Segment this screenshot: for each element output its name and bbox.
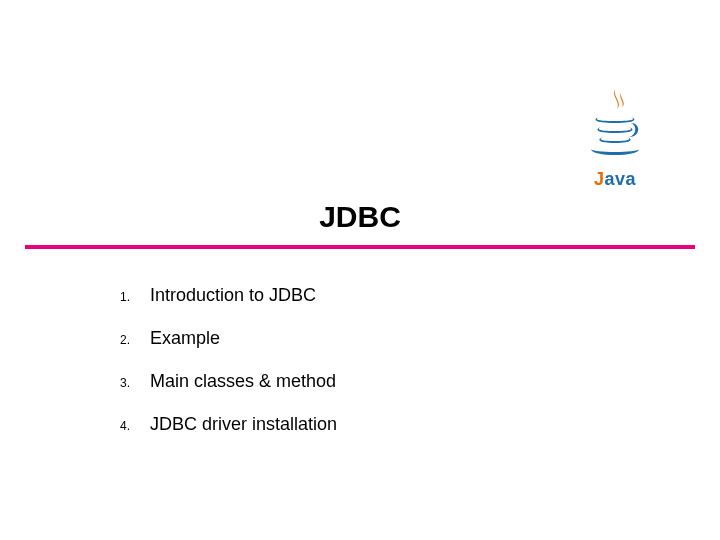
list-item: 1. Introduction to JDBC — [120, 285, 620, 306]
java-logo: Java — [570, 80, 660, 190]
outline-list: 1. Introduction to JDBC 2. Example 3. Ma… — [120, 285, 620, 457]
list-item-text: Example — [150, 328, 220, 349]
list-item-text: Main classes & method — [150, 371, 336, 392]
list-item: 4. JDBC driver installation — [120, 414, 620, 435]
slide-title: JDBC — [0, 200, 720, 234]
list-item-number: 2. — [120, 333, 150, 347]
list-item: 3. Main classes & method — [120, 371, 620, 392]
list-item-text: Introduction to JDBC — [150, 285, 316, 306]
list-item-number: 4. — [120, 419, 150, 433]
list-item-number: 1. — [120, 290, 150, 304]
slide: Java JDBC 1. Introduction to JDBC 2. Exa… — [0, 0, 720, 540]
list-item-number: 3. — [120, 376, 150, 390]
java-logo-icon — [585, 87, 645, 167]
java-logo-text: Java — [594, 169, 636, 190]
list-item-text: JDBC driver installation — [150, 414, 337, 435]
title-rule — [25, 245, 695, 249]
list-item: 2. Example — [120, 328, 620, 349]
